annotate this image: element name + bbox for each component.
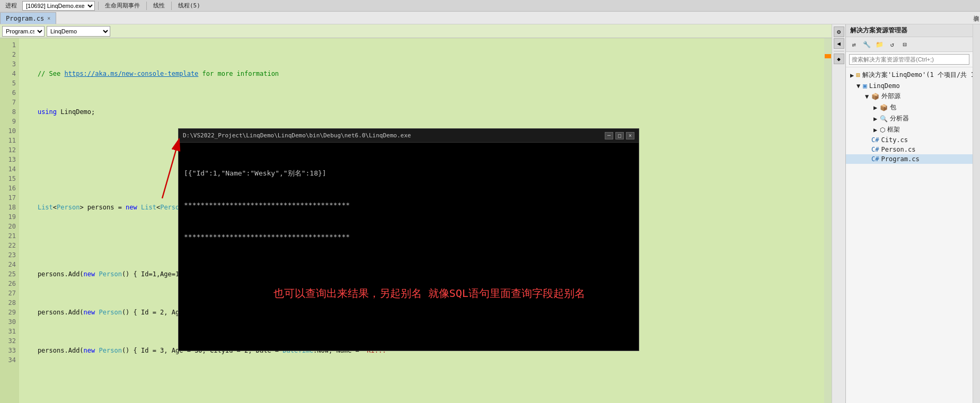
collapse-all-button[interactable]: ⊟: [899, 39, 911, 50]
mode-label: 线性: [150, 2, 168, 10]
console-content: [{"Id":1,"Name":"Wesky","别名":18}] ******…: [179, 143, 639, 351]
file-selector[interactable]: Program.cs: [2, 26, 45, 37]
tree-file-person[interactable]: C# Person.cs: [846, 145, 973, 154]
console-annotation-1: 也可以查询出来结果，另起别名 就像SQL语句里面查询字段起别名: [184, 268, 633, 319]
line-num: 11: [0, 136, 16, 145]
collapse-icon[interactable]: ◀: [834, 38, 844, 49]
line-numbers: 1 2 3 4 5 6 7 8 9 10 11 12 13 14 15 16 1…: [0, 38, 19, 403]
code-line-1: // See https://aka.ms/new-console-templa…: [22, 69, 821, 78]
tree-file-program[interactable]: C# Program.cs: [846, 154, 973, 164]
main-layout: Program.cs LinqDemo 1 2 3 4 5 6 7 8 9 10…: [0, 24, 980, 403]
right-strip: ⚙ ◀ ◆: [832, 24, 845, 403]
code-area: 1 2 3 4 5 6 7 8 9 10 11 12 13 14 15 16 1…: [0, 38, 832, 403]
line-num: 31: [0, 327, 16, 336]
line-num: 26: [0, 279, 16, 288]
line-num: 1: [0, 40, 16, 50]
line-num: 21: [0, 231, 16, 241]
console-stars-2: ****************************************: [184, 232, 633, 242]
console-window-controls: ─ □ ×: [605, 132, 634, 139]
line-num: 7: [0, 98, 16, 107]
separator3: [171, 2, 172, 10]
line-num: 19: [0, 212, 16, 222]
minimap-indicator: [825, 54, 831, 58]
file-label: City.cs: [881, 136, 908, 144]
line-num: 6: [0, 88, 16, 98]
tree-analyzers[interactable]: ▶ 🔍 分析器: [846, 113, 973, 124]
editor-minimap[interactable]: [824, 38, 832, 403]
expand-icon: ▼: [865, 93, 869, 100]
line-num: 13: [0, 155, 16, 164]
project-label: LinqDemo: [869, 82, 900, 90]
line-num: 14: [0, 164, 16, 174]
line-num: 10: [0, 126, 16, 136]
line-num: 27: [0, 288, 16, 298]
threads-label: 线程(5): [175, 2, 204, 10]
file-icon: C#: [871, 136, 879, 144]
solution-tree: ▶ ⊞ 解决方案'LinqDemo'(1 个项目/共 1 个) ▼ ▣ Linq…: [846, 67, 973, 403]
tree-project[interactable]: ▼ ▣ LinqDemo: [846, 81, 973, 91]
file-icon: C#: [871, 146, 879, 153]
line-num: 20: [0, 222, 16, 231]
dependencies-icon: 📦: [871, 93, 879, 100]
tab-close-button[interactable]: ×: [47, 15, 50, 21]
line-num: 22: [0, 241, 16, 250]
code-content[interactable]: // See https://aka.ms/new-console-templa…: [19, 38, 824, 403]
settings-icon[interactable]: ⚙: [834, 27, 844, 37]
packages-icon: 📦: [880, 104, 888, 111]
console-annotation-2: 或者只查询指定的字段: [184, 344, 633, 351]
top-toolbar: 进程 [10692] LinqDemo.exe 生命周期事件 线性 线程(5): [0, 0, 980, 12]
line-num: 28: [0, 298, 16, 308]
line-num: 17: [0, 193, 16, 203]
show-all-button[interactable]: 📁: [873, 39, 885, 50]
pin-icon[interactable]: ◆: [834, 54, 844, 64]
console-close-button[interactable]: ×: [626, 132, 634, 139]
file-label: Person.cs: [881, 146, 915, 153]
sync-button[interactable]: ⇄: [848, 39, 860, 50]
console-title-text: D:\VS2022_Project\LinqDemo\LinqDemo\bin\…: [183, 131, 605, 141]
expand-icon: ▶: [873, 126, 878, 134]
process-label: 进程: [2, 2, 20, 10]
solution-search-bar: [846, 52, 973, 67]
console-stars-1: ****************************************: [184, 200, 633, 211]
process-dropdown[interactable]: [10692] LinqDemo.exe: [22, 1, 95, 11]
expand-icon: ▶: [850, 72, 854, 79]
dependencies-label: 外部源: [881, 92, 900, 101]
console-titlebar: D:\VS2022_Project\LinqDemo\LinqDemo\bin\…: [179, 129, 639, 143]
refresh-button[interactable]: ↺: [886, 39, 898, 50]
tree-solution-root[interactable]: ▶ ⊞ 解决方案'LinqDemo'(1 个项目/共 1 个): [846, 69, 973, 81]
line-num: 8: [0, 107, 16, 117]
packages-label: 包: [890, 103, 896, 112]
method-selector[interactable]: LinqDemo: [47, 26, 110, 37]
solution-search-input[interactable]: [849, 54, 969, 65]
separator2: [146, 2, 147, 10]
line-num: 34: [0, 355, 16, 365]
solution-explorer-panel: 解决方案资源管理器 ⇄ 🔧 📁 ↺ ⊟ ▶ ⊞ 解决方案'LinqDemo'(1…: [845, 24, 973, 403]
line-num: 2: [0, 50, 16, 59]
tree-file-city[interactable]: C# City.cs: [846, 135, 973, 145]
line-num: 12: [0, 145, 16, 155]
svg-line-1: [162, 139, 179, 198]
file-icon: C#: [871, 155, 879, 163]
tree-framework[interactable]: ▶ ⬡ 框架: [846, 124, 973, 135]
editor-header: Program.cs LinqDemo: [0, 24, 832, 38]
separator: [98, 2, 99, 10]
properties-button[interactable]: 🔧: [861, 39, 872, 50]
tree-dependencies[interactable]: ▼ 📦 外部源: [846, 91, 973, 102]
project-icon: ▣: [863, 82, 867, 90]
console-minimize-button[interactable]: ─: [605, 132, 613, 139]
analyzers-label: 分析器: [890, 114, 909, 123]
line-num: 18: [0, 203, 16, 212]
solution-explorer-title: 解决方案资源管理器: [846, 24, 973, 37]
tab-program-cs[interactable]: Program.cs ×: [0, 12, 56, 24]
expand-icon: ▶: [873, 104, 878, 111]
code-editor: Program.cs LinqDemo 1 2 3 4 5 6 7 8 9 10…: [0, 24, 832, 403]
solution-icon: ⊞: [856, 71, 860, 79]
expand-icon: ▶: [873, 115, 878, 122]
solution-explorer-toolbar: ⇄ 🔧 📁 ↺ ⊟: [846, 37, 973, 52]
line-num: 24: [0, 260, 16, 269]
tree-packages[interactable]: ▶ 📦 包: [846, 102, 973, 113]
line-num: 30: [0, 317, 16, 327]
line-num: 15: [0, 174, 16, 183]
line-num: 3: [0, 59, 16, 69]
console-restore-button[interactable]: □: [615, 132, 624, 139]
